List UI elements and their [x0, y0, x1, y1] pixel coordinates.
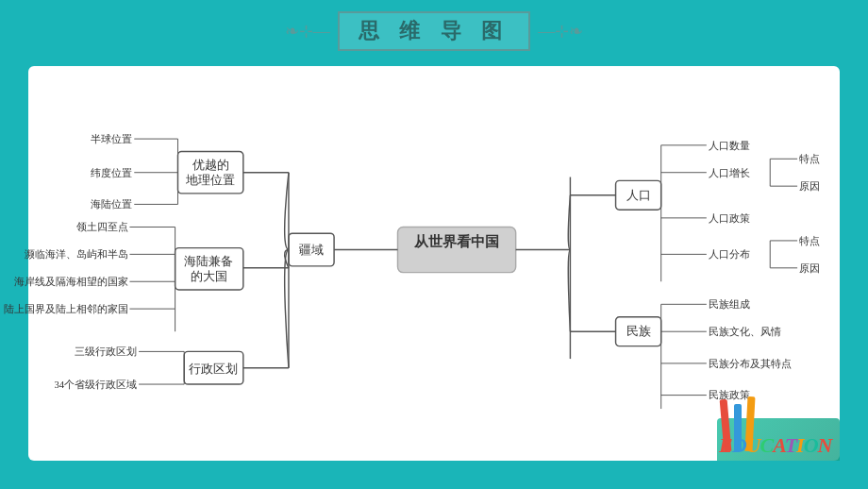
tag-yuanyin2: 原因	[799, 263, 820, 274]
branch1-label2: 地理位置	[185, 174, 235, 187]
leaf-renkouzhengce: 人口政策	[709, 213, 750, 224]
leaf-sanji: 三级行政区划	[75, 346, 137, 357]
header: ❧⊹— 思 维 导 图 —⊹❧	[0, 0, 868, 59]
header-deco-left: ❧⊹—	[285, 21, 330, 42]
branch1-label: 优越的	[192, 159, 229, 172]
minzubox: 民族	[626, 325, 651, 338]
branch2-label: 海陆兼备	[184, 255, 233, 268]
leaf-binlin: 濒临海洋、岛屿和半岛	[25, 248, 128, 260]
header-deco-right: —⊹❧	[538, 21, 583, 42]
renkoubox: 人口	[626, 189, 651, 202]
education-badge: EDUCATION	[717, 385, 840, 461]
center-node: 从世界看中国	[413, 233, 499, 249]
mindmap-svg: text { font-family: "SimSun","STSong",se…	[43, 85, 825, 442]
branch3-label: 行政区划	[189, 363, 238, 376]
jiangyu-label: 疆域	[299, 244, 324, 257]
leaf-renkoufen: 人口分布	[709, 249, 750, 260]
leaf-banqiu: 半球位置	[91, 133, 132, 144]
branch2-label2: 的大国	[191, 270, 227, 283]
header-title: 思 维 导 图	[338, 11, 531, 51]
tag-yuanyin1: 原因	[799, 181, 820, 192]
leaf-minzuwen: 民族文化、风情	[709, 326, 781, 337]
leaf-weidu: 纬度位置	[91, 167, 132, 178]
leaf-lushang: 陆上国界及陆上相邻的家国	[4, 303, 128, 314]
leaf-renkouzeng: 人口增长	[709, 167, 750, 178]
leaf-haianxian: 海岸线及隔海相望的国家	[14, 276, 128, 287]
tag-tedian1: 特点	[799, 153, 820, 164]
leaf-minzufen: 民族分布及其特点	[709, 358, 792, 369]
leaf-lingtu: 领土四至点	[76, 221, 128, 232]
leaf-34sheng: 34个省级行政区域	[55, 379, 138, 390]
tag-tedian2: 特点	[799, 235, 820, 246]
leaf-minzuzu: 民族组成	[709, 298, 750, 310]
leaf-renkoushu: 人口数量	[709, 141, 750, 151]
leaf-hailu: 海陆位置	[91, 198, 132, 210]
